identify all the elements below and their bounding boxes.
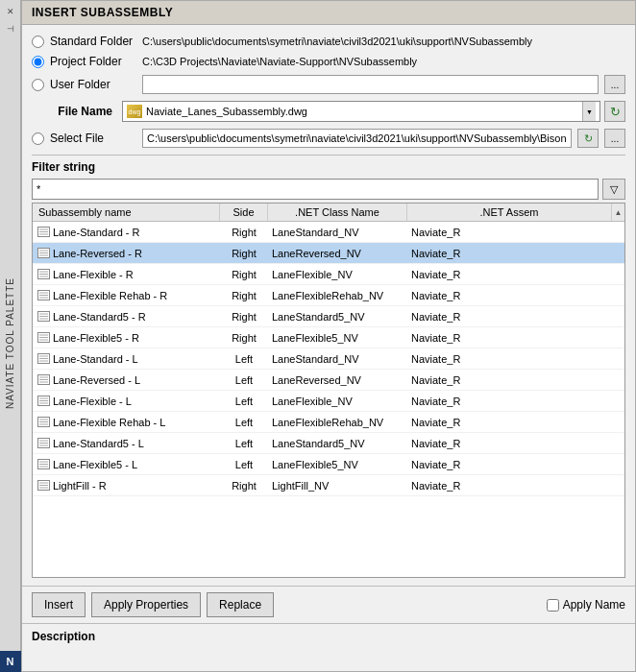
toolbar-icon-2[interactable]: ⊣ bbox=[3, 21, 18, 36]
td-side: Right bbox=[220, 246, 268, 261]
file-icon: dwg bbox=[127, 105, 142, 118]
row-icon bbox=[37, 479, 50, 492]
standard-folder-radio[interactable] bbox=[32, 36, 44, 48]
table-row[interactable]: Lane-Standard5 - L Left LaneStandard5_NV… bbox=[33, 433, 624, 454]
td-name-text: Lane-Standard5 - R bbox=[53, 311, 146, 323]
replace-button[interactable]: Replace bbox=[207, 592, 274, 617]
td-assem: Naviate_R bbox=[407, 351, 624, 367]
table-row[interactable]: Lane-Standard - L Left LaneStandard_NV N… bbox=[33, 348, 624, 370]
bottom-buttons: Insert Apply Properties Replace Apply Na… bbox=[22, 586, 635, 623]
user-folder-browse-btn[interactable]: ... bbox=[604, 75, 625, 94]
td-side: Right bbox=[220, 288, 268, 303]
row-icon bbox=[37, 226, 50, 239]
table-row[interactable]: Lane-Reversed - R Right LaneReversed_NV … bbox=[33, 243, 624, 264]
table-row[interactable]: Lane-Flexible - L Left LaneFlexible_NV N… bbox=[33, 391, 624, 412]
td-name-text: Lane-Reversed - L bbox=[53, 374, 140, 386]
td-name-text: Lane-Flexible - R bbox=[53, 269, 134, 280]
th-side: Side bbox=[220, 204, 268, 221]
select-file-radio[interactable] bbox=[32, 132, 44, 145]
file-combo-arrow[interactable]: ▼ bbox=[582, 102, 596, 121]
project-folder-path: C:\C3D Projects\Naviate\Naviate-Support\… bbox=[142, 56, 625, 67]
td-name-text: Lane-Flexible Rehab - R bbox=[53, 290, 167, 301]
th-class: .NET Class Name bbox=[268, 204, 407, 221]
project-folder-radio[interactable] bbox=[32, 56, 44, 68]
scrollbar-up-arrow[interactable]: ▲ bbox=[611, 204, 624, 221]
project-folder-label: Project Folder bbox=[50, 55, 136, 68]
td-name-text: Lane-Reversed - R bbox=[53, 248, 142, 259]
main-panel: INSERT SUBASSEMBLY Standard Folder C:\us… bbox=[21, 0, 636, 672]
select-file-refresh-btn[interactable]: ↻ bbox=[577, 129, 599, 148]
td-assem: Naviate_R bbox=[407, 246, 624, 261]
description-label: Description bbox=[32, 630, 625, 643]
table-row[interactable]: Lane-Flexible5 - R Right LaneFlexible5_N… bbox=[33, 327, 624, 348]
td-side: Right bbox=[220, 309, 268, 324]
td-side: Left bbox=[220, 394, 268, 409]
td-name-text: Lane-Flexible5 - L bbox=[53, 459, 137, 470]
row-icon bbox=[37, 416, 50, 429]
select-file-label: Select File bbox=[50, 132, 136, 145]
row-icon bbox=[37, 310, 50, 324]
row-icon bbox=[37, 268, 50, 281]
standard-folder-label: Standard Folder bbox=[50, 35, 136, 48]
td-class: LaneReversed_NV bbox=[268, 372, 407, 388]
table-row[interactable]: Lane-Flexible - R Right LaneFlexible_NV … bbox=[33, 264, 624, 285]
apply-properties-button[interactable]: Apply Properties bbox=[91, 592, 201, 617]
td-name-text: Lane-Standard - L bbox=[53, 353, 138, 365]
td-class: LaneStandard_NV bbox=[268, 225, 407, 240]
file-refresh-btn[interactable]: ↻ bbox=[604, 101, 625, 122]
row-icon bbox=[37, 247, 50, 260]
file-name-value: Naviate_Lanes_Subassembly.dwg bbox=[146, 106, 578, 117]
td-name-text: Lane-Standard - R bbox=[53, 227, 140, 238]
file-name-row: File Name dwg Naviate_Lanes_Subassembly.… bbox=[32, 99, 625, 124]
select-file-row: Select File ↻ ... bbox=[32, 127, 625, 150]
table-row[interactable]: Lane-Flexible5 - L Left LaneFlexible5_NV… bbox=[33, 454, 624, 475]
subassembly-table: Subassembly name Side .NET Class Name .N… bbox=[32, 203, 625, 578]
td-assem: Naviate_R bbox=[407, 478, 624, 493]
project-folder-row: Project Folder C:\C3D Projects\Naviate\N… bbox=[32, 53, 625, 70]
td-name: Lane-Reversed - R bbox=[33, 245, 220, 262]
user-folder-input[interactable] bbox=[142, 75, 599, 94]
filter-btn[interactable]: ▽ bbox=[602, 179, 625, 200]
table-row[interactable]: Lane-Reversed - L Left LaneReversed_NV N… bbox=[33, 370, 624, 391]
table-body[interactable]: Lane-Standard - R Right LaneStandard_NV … bbox=[33, 222, 624, 577]
td-name: Lane-Flexible - L bbox=[33, 393, 220, 410]
filter-row: ▽ bbox=[32, 179, 625, 200]
td-name: Lane-Standard5 - R bbox=[33, 308, 220, 325]
row-icon bbox=[37, 373, 50, 387]
td-assem: Naviate_R bbox=[407, 309, 624, 324]
td-assem: Naviate_R bbox=[407, 372, 624, 388]
table-row[interactable]: Lane-Standard5 - R Right LaneStandard5_N… bbox=[33, 306, 624, 327]
td-assem: Naviate_R bbox=[407, 457, 624, 472]
td-assem: Naviate_R bbox=[407, 267, 624, 282]
user-folder-label: User Folder bbox=[50, 78, 136, 91]
description-section: Description bbox=[22, 623, 635, 671]
td-class: LaneFlexibleRehab_NV bbox=[268, 288, 407, 303]
td-name: Lane-Flexible Rehab - L bbox=[33, 414, 220, 431]
select-file-input[interactable] bbox=[142, 129, 572, 148]
apply-name-checkbox[interactable] bbox=[547, 599, 559, 612]
td-class: LaneFlexible5_NV bbox=[268, 457, 407, 472]
td-assem: Naviate_R bbox=[407, 330, 624, 346]
select-file-browse-btn[interactable]: ... bbox=[604, 129, 625, 148]
td-assem: Naviate_R bbox=[407, 288, 624, 303]
row-icon bbox=[37, 352, 50, 366]
td-name-text: Lane-Standard5 - L bbox=[53, 438, 144, 449]
table-row[interactable]: Lane-Standard - R Right LaneStandard_NV … bbox=[33, 222, 624, 243]
user-folder-radio[interactable] bbox=[32, 79, 44, 91]
table-row[interactable]: Lane-Flexible Rehab - L Left LaneFlexibl… bbox=[33, 412, 624, 433]
row-icon bbox=[37, 458, 50, 471]
divider-1 bbox=[32, 155, 625, 156]
filter-input[interactable] bbox=[32, 179, 599, 200]
td-assem: Naviate_R bbox=[407, 415, 624, 430]
toolbar-icon-1[interactable]: ✕ bbox=[3, 4, 18, 19]
file-name-combo[interactable]: dwg Naviate_Lanes_Subassembly.dwg ▼ bbox=[122, 101, 600, 122]
td-side: Right bbox=[220, 225, 268, 240]
td-name: Lane-Standard - R bbox=[33, 224, 220, 241]
td-side: Right bbox=[220, 267, 268, 282]
td-side: Right bbox=[220, 478, 268, 493]
table-row[interactable]: LightFill - R Right LightFill_NV Naviate… bbox=[33, 475, 624, 496]
td-name: LightFill - R bbox=[33, 477, 220, 494]
insert-button[interactable]: Insert bbox=[32, 592, 86, 617]
table-row[interactable]: Lane-Flexible Rehab - R Right LaneFlexib… bbox=[33, 285, 624, 306]
td-side: Right bbox=[220, 330, 268, 346]
